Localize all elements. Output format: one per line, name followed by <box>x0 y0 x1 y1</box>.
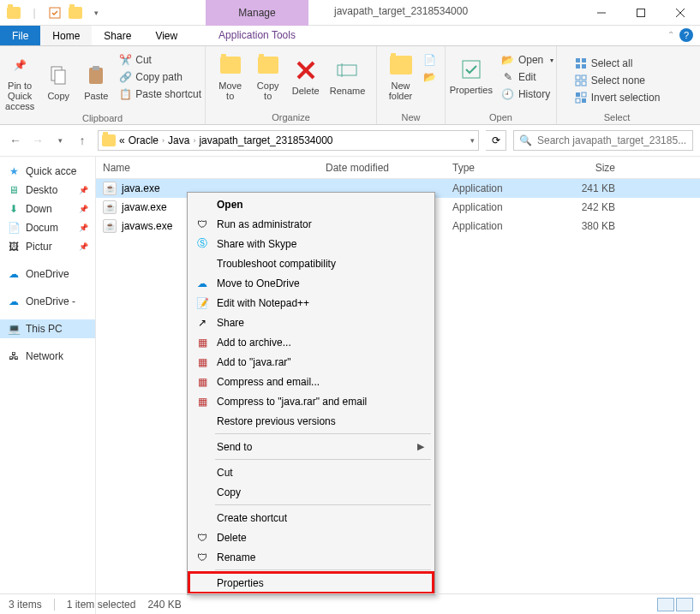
rename-button[interactable]: Rename <box>325 50 371 103</box>
address-bar[interactable]: « Oracle› Java› javapath_target_23185340… <box>98 130 479 151</box>
file-size: 380 KB <box>545 220 622 232</box>
ctx-restore[interactable]: Restore previous versions <box>189 411 433 431</box>
ribbon-tabs: File Home Share View Application Tools ⌃… <box>0 26 700 46</box>
ctx-rename[interactable]: 🛡Rename <box>189 547 433 567</box>
sidebar-onedrive[interactable]: ☁OneDrive <box>0 265 95 283</box>
open-menu-button[interactable]: 📂Open▾ <box>501 53 553 67</box>
back-button[interactable]: ← <box>7 134 24 147</box>
history-button[interactable]: 🕘History <box>501 87 553 101</box>
sidebar-onedrive-business[interactable]: ☁OneDrive - <box>0 292 95 311</box>
java-exe-icon: ☕ <box>103 219 117 233</box>
pin-to-quick-access-button[interactable]: 📌Pin to Quick access <box>0 50 39 113</box>
up-button[interactable]: ↑ <box>74 134 91 147</box>
star-icon: ★ <box>7 164 21 178</box>
sidebar-network[interactable]: 🖧Network <box>0 347 95 366</box>
ctx-send-to[interactable]: Send to▶ <box>189 437 433 456</box>
ctx-edit-notepadpp[interactable]: 📝Edit with Notepad++ <box>189 293 433 313</box>
search-input[interactable] <box>537 134 687 146</box>
qat-dropdown-icon[interactable]: ▾ <box>87 4 105 21</box>
ribbon: 📌Pin to Quick access Copy Paste ✂️Cut 🔗C… <box>0 46 700 125</box>
tab-file[interactable]: File <box>0 26 40 45</box>
paste-shortcut-button[interactable]: 📋Paste shortcut <box>118 87 201 101</box>
select-all-button[interactable]: Select all <box>574 57 661 70</box>
tab-home[interactable]: Home <box>40 26 92 45</box>
address-dropdown-icon[interactable]: ▾ <box>470 136 475 145</box>
sidebar-item-label: Quick acce <box>26 165 76 177</box>
share-icon: ↗ <box>194 315 210 331</box>
sidebar-quick-access[interactable]: ★Quick acce <box>0 162 95 181</box>
crumb-current[interactable]: javapath_target_2318534000 <box>199 134 332 146</box>
svg-rect-18 <box>576 75 580 80</box>
sidebar-downloads[interactable]: ⬇Down📌 <box>0 200 95 218</box>
move-to-button[interactable]: Move to <box>212 50 249 103</box>
properties-button[interactable]: Properties <box>445 50 498 101</box>
ctx-label: Add to "java.rar" <box>217 356 291 368</box>
ctx-cut[interactable]: Cut <box>189 462 433 482</box>
contextual-tab-manage[interactable]: Manage <box>206 0 308 26</box>
select-none-button[interactable]: Select none <box>574 74 661 87</box>
ctx-properties[interactable]: Properties <box>189 573 433 593</box>
delete-button[interactable]: Delete <box>287 50 325 103</box>
ctx-delete[interactable]: 🛡Delete <box>189 528 433 547</box>
sidebar-this-pc[interactable]: 💻This PC <box>0 319 95 338</box>
edit-button[interactable]: ✎Edit <box>501 70 553 84</box>
new-folder-button[interactable]: New folder <box>382 50 420 103</box>
forward-button[interactable]: → <box>29 134 46 147</box>
qat-folder-icon[interactable] <box>5 4 22 21</box>
tab-view[interactable]: View <box>143 26 189 45</box>
copy-to-button[interactable]: Copy to <box>249 50 287 103</box>
properties-label: Properties <box>450 85 493 95</box>
view-details-button[interactable] <box>657 598 674 611</box>
crumb-java[interactable]: Java <box>168 134 189 146</box>
document-icon: 📄 <box>7 221 21 235</box>
organize-group-label: Organize <box>211 112 371 122</box>
tab-share[interactable]: Share <box>92 26 143 45</box>
new-folder-icon <box>387 51 415 79</box>
column-size[interactable]: Size <box>545 162 622 174</box>
search-box[interactable]: 🔍 <box>513 130 693 151</box>
sidebar-documents[interactable]: 📄Docum📌 <box>0 218 95 237</box>
ctx-copy[interactable]: Copy <box>189 482 433 502</box>
copy-path-button[interactable]: 🔗Copy path <box>118 70 201 84</box>
ctx-share-skype[interactable]: ⓈShare with Skype <box>189 234 433 253</box>
help-icon[interactable]: ? <box>679 28 693 42</box>
history-icon: 🕘 <box>501 87 515 101</box>
ctx-add-archive[interactable]: ▦Add to archive... <box>189 332 433 352</box>
qat-new-folder-icon[interactable] <box>67 4 84 21</box>
column-name[interactable]: Name <box>96 162 319 174</box>
easy-access-button[interactable]: 📂 <box>423 70 437 84</box>
view-large-icons-button[interactable] <box>676 598 693 611</box>
copy-button[interactable]: Copy <box>39 50 77 113</box>
ctx-compress-rar-email[interactable]: ▦Compress to "java.rar" and email <box>189 391 433 411</box>
select-group-label: Select <box>562 112 672 122</box>
cut-button[interactable]: ✂️Cut <box>118 53 201 67</box>
maximize-button[interactable] <box>621 0 661 26</box>
ctx-run-as-admin[interactable]: 🛡Run as administrator <box>189 214 433 234</box>
recent-locations-button[interactable]: ▾ <box>51 136 69 145</box>
invert-selection-button[interactable]: Invert selection <box>574 91 661 104</box>
column-date[interactable]: Date modified <box>319 162 446 174</box>
sidebar-pictures[interactable]: 🖼Pictur📌 <box>0 237 95 256</box>
crumb-oracle[interactable]: Oracle <box>129 134 159 146</box>
ctx-add-rar[interactable]: ▦Add to "java.rar" <box>189 352 433 372</box>
close-button[interactable] <box>661 0 700 26</box>
ctx-share[interactable]: ↗Share <box>189 313 433 332</box>
new-item-button[interactable]: 📄 <box>423 53 437 67</box>
svg-rect-14 <box>576 58 580 63</box>
ctx-label: Move to OneDrive <box>217 277 300 289</box>
qat-properties-icon[interactable] <box>46 4 63 21</box>
ctx-troubleshoot[interactable]: Troubleshoot compatibility <box>189 253 433 273</box>
ctx-create-shortcut[interactable]: Create shortcut <box>189 508 433 528</box>
tab-application-tools[interactable]: Application Tools <box>206 26 308 41</box>
ctx-compress-email[interactable]: ▦Compress and email... <box>189 372 433 391</box>
paste-button[interactable]: Paste <box>77 50 115 113</box>
refresh-button[interactable]: ⟳ <box>486 130 506 151</box>
ribbon-collapse-icon[interactable]: ⌃ <box>667 30 674 39</box>
title-bar: | ▾ Manage javapath_target_2318534000 <box>0 0 700 26</box>
minimize-button[interactable] <box>582 0 621 26</box>
ctx-open[interactable]: Open <box>189 194 433 214</box>
status-divider <box>54 599 55 611</box>
ctx-move-onedrive[interactable]: ☁Move to OneDrive <box>189 273 433 293</box>
sidebar-desktop[interactable]: 🖥Deskto📌 <box>0 181 95 200</box>
column-type[interactable]: Type <box>446 162 545 174</box>
